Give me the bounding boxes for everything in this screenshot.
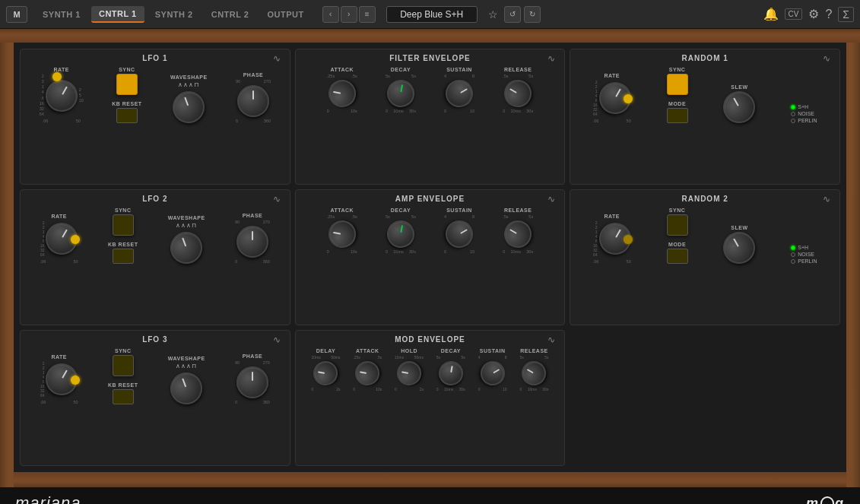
random1-perlin-dot [791,119,795,123]
random2-slew-knob[interactable] [718,226,761,269]
lfo2-waveshape-knob[interactable] [166,227,207,268]
mod-env-decay-knob[interactable] [436,359,465,387]
sigma-icon[interactable]: Σ [838,7,854,22]
wood-left-border [0,43,14,487]
random1-sync-group: SYNC MODE [667,67,688,123]
random2-mode-perlin[interactable]: PERLIN [791,258,817,264]
random1-radio-group: S+H NOISE PERLIN [791,104,817,123]
random1-mode-button[interactable] [667,108,688,123]
lfo1-kbreset-button[interactable] [116,108,138,123]
tab-cntrl1[interactable]: CNTRL 1 [91,6,144,23]
filter-env-attack-knob[interactable] [326,78,358,109]
random2-controls: RATE 22148163264 .0650 SYNC [576,208,833,264]
lfo3-phase-knob[interactable] [236,366,268,398]
random1-title: RANDOM 1 [681,54,728,62]
filter-env-header: FILTER ENVELOPE ∿ [302,54,559,62]
random2-sync-group: SYNC MODE [667,208,688,264]
mod-env-module: MOD ENVELOPE ∿ DELAY 10ms50ms 02s ATTACK… [295,330,566,466]
amp-env-attack-group: ATTACK .25s.5s 010s [327,208,357,254]
random2-mode-noise[interactable]: NOISE [791,252,817,257]
lfo2-module: LFO 2 ∿ RATE 22148163264 .0650 [20,189,290,325]
lfo2-sync-group: SYNC KB RESET [108,208,138,264]
lfo1-sync-label: SYNC [119,67,135,72]
lfo2-controls: RATE 22148163264 .0650 SYNC [27,208,284,264]
lfo2-rate-group: RATE 22148163264 .0650 [40,214,78,264]
amp-env-decay-knob[interactable] [385,218,417,250]
lfo3-kbreset-label: KB RESET [108,382,138,388]
random1-perlin-label: PERLIN [798,118,817,123]
amp-env-sustain-knob[interactable] [440,215,478,252]
lfo2-phase-knob[interactable] [236,226,268,258]
lfo2-sync-button[interactable] [113,214,134,236]
filter-env-attack-label: ATTACK [330,67,354,72]
settings-icon[interactable]: ⚙ [808,7,819,21]
redo-button[interactable]: ↻ [524,6,541,23]
lfo2-kbreset-button[interactable] [113,249,134,264]
random1-mode-sh[interactable]: S+H [791,104,817,109]
mod-env-delay-knob[interactable] [312,359,340,387]
lfo3-waveshape-knob[interactable] [166,368,207,409]
mod-env-sustain-label: SUSTAIN [480,348,506,353]
lfo3-sync-button[interactable] [113,355,134,376]
filter-env-controls: ATTACK .25s.5s 010s DECAY 5s5s 010ms30s … [302,67,559,113]
random2-radio-group: S+H NOISE PERLIN [791,245,817,264]
filter-env-decay-group: DECAY 5s5s 010ms30s [386,67,416,113]
mod-env-header: MOD ENVELOPE ∿ [302,335,559,344]
lfo1-sync-group: SYNC KB RESET [112,67,141,123]
help-icon[interactable]: ? [825,8,832,21]
random1-led [624,94,633,103]
nav-back[interactable]: ‹ [322,6,339,23]
filter-env-release-knob[interactable] [500,74,537,112]
random2-wave-icon: ∿ [823,194,830,204]
random2-mode-button[interactable] [667,249,688,264]
favorite-button[interactable]: ☆ [488,8,498,21]
undo-button[interactable]: ↺ [504,6,521,23]
random1-mode-perlin[interactable]: PERLIN [791,118,817,123]
amp-env-attack-knob[interactable] [326,218,358,250]
lfo1-sync-button[interactable] [116,74,138,95]
lfo1-title: LFO 1 [142,54,167,62]
nav-forward[interactable]: › [341,6,357,23]
lfo3-controls: RATE 22148163264 .0650 SYNC [27,348,284,404]
amp-env-release-knob[interactable] [500,215,537,252]
lfo3-title: LFO 3 [142,335,167,344]
lfo1-kbreset-label: KB RESET [112,101,141,106]
lfo3-sync-label: SYNC [115,348,131,353]
lfo2-waveshape-group: WAVESHAPE ∧∧∧Π [168,215,205,264]
filter-env-sustain-group: SUSTAIN 48 010 [444,67,474,113]
random1-mode-options: S+H NOISE PERLIN [791,97,817,123]
random2-mode-options: S+H NOISE PERLIN [791,237,817,264]
lfo1-waveshape-knob[interactable] [168,87,209,128]
lfo1-phase-knob[interactable] [237,85,269,117]
mod-env-release-knob[interactable] [518,357,551,390]
random2-mode-sh[interactable]: S+H [791,245,817,250]
lfo3-waveshape-group: WAVESHAPE ∧∧∧Π [168,356,205,404]
tab-synth1[interactable]: SYNTH 1 [35,7,88,22]
filter-env-sustain-knob[interactable] [440,74,478,112]
lfo3-kbreset-button[interactable] [113,389,134,404]
random1-module: RANDOM 1 ∿ RATE 22148163264 .0650 [570,49,840,185]
wood-right-border [846,43,860,487]
moog-logo: mg [806,496,845,505]
lfo2-led [71,235,80,244]
filter-env-decay-knob[interactable] [385,78,417,109]
random1-slew-group: SLEW [723,84,755,123]
cv-button[interactable]: CV [785,8,803,20]
brand-area: mariana BASS SYNTHESIZER [15,493,184,504]
bell-icon[interactable]: 🔔 [763,7,779,21]
tab-output[interactable]: OUTPUT [259,7,311,22]
random1-mode-noise[interactable]: NOISE [791,111,817,116]
random2-noise-label: NOISE [798,252,814,257]
nav-menu[interactable]: ≡ [359,6,376,23]
mod-env-sustain-knob[interactable] [476,357,509,390]
lfo2-title: LFO 2 [142,195,167,203]
tab-synth2[interactable]: SYNTH 2 [148,7,201,22]
random2-sync-button[interactable] [667,214,688,236]
tab-cntrl2[interactable]: CNTRL 2 [204,7,257,22]
random1-rate-group: RATE 22148163264 .0650 [593,73,631,123]
mod-env-attack-group: ATTACK .25s.5s 010s [353,348,382,391]
mod-env-hold-knob[interactable] [395,359,424,387]
mod-env-attack-knob[interactable] [354,359,382,387]
random1-sync-button[interactable] [667,74,688,95]
random1-slew-knob[interactable] [718,85,761,128]
